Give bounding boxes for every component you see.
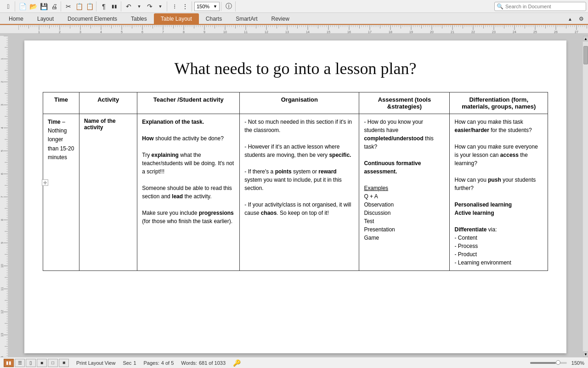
status-bar: ▮▮ ☰ ▯ ■ □ ◾ Print Layout View Sec 1 Pag… bbox=[0, 357, 588, 368]
status-view-label: Print Layout View bbox=[76, 360, 115, 366]
paste-btn[interactable]: 📋 bbox=[85, 1, 95, 12]
zoom-slider-fill bbox=[530, 362, 556, 364]
teacher-p3: Try explaining what the teacher/students… bbox=[142, 151, 235, 176]
format-btn2[interactable]: ▮▮ bbox=[109, 1, 119, 12]
svg-text:7: 7 bbox=[0, 196, 4, 198]
ribbon-tabs: Home Layout Document Elements Tables Tab… bbox=[0, 13, 588, 25]
tab-document-elements[interactable]: Document Elements bbox=[61, 13, 124, 24]
ribbon-settings-btn[interactable]: ⚙ bbox=[576, 14, 586, 24]
view-tools: ⁝ ⋮ bbox=[168, 1, 192, 12]
redo-arrow[interactable]: ▼ bbox=[155, 1, 165, 12]
cell-assessment: - How do you know your students have com… bbox=[359, 114, 450, 271]
scroll-up-arrow[interactable]: ▲ bbox=[583, 36, 588, 41]
svg-text:7: 7 bbox=[162, 30, 164, 34]
new-doc-btn[interactable]: 📄 bbox=[17, 1, 28, 12]
lesson-plan-table: Time Activity Teacher /Student activity … bbox=[43, 92, 548, 271]
scroll-thumb[interactable] bbox=[583, 46, 588, 64]
help-btn[interactable]: ⓘ bbox=[224, 1, 234, 12]
header-activity: Activity bbox=[79, 92, 137, 114]
view-btn2[interactable]: ⋮ bbox=[180, 1, 190, 12]
diff-content: How can you make this task easier/harder… bbox=[454, 118, 543, 267]
view-btn-print[interactable]: ▮▮ bbox=[4, 359, 14, 367]
scroll-down-arrow[interactable]: ▼ bbox=[583, 351, 588, 357]
tab-smartart[interactable]: SmartArt bbox=[229, 13, 264, 24]
svg-text:27: 27 bbox=[575, 30, 578, 34]
view-btn-focus[interactable]: ■ bbox=[37, 359, 47, 367]
svg-text:16: 16 bbox=[347, 30, 351, 34]
header-time: Time bbox=[43, 92, 79, 114]
teacher-p2: How should the activity be done? bbox=[142, 134, 235, 143]
document-area[interactable]: ✛ What needs to go into a lesson plan? T… bbox=[8, 36, 582, 357]
zoom-slider[interactable] bbox=[530, 362, 567, 364]
view-btn-draft[interactable]: ▯ bbox=[26, 359, 36, 367]
apple-menu-group:  bbox=[2, 1, 15, 12]
tab-tables[interactable]: Tables bbox=[124, 13, 154, 24]
svg-text:10: 10 bbox=[0, 264, 4, 268]
view-btn-publish[interactable]: ◾ bbox=[59, 359, 69, 367]
svg-text:18: 18 bbox=[389, 30, 392, 34]
print-btn[interactable]: 🖨 bbox=[49, 1, 59, 12]
copy-btn[interactable]: 📋 bbox=[74, 1, 84, 12]
svg-text:17: 17 bbox=[368, 30, 372, 34]
svg-text:21: 21 bbox=[451, 30, 454, 34]
zoom-slider-thumb[interactable] bbox=[556, 360, 560, 365]
active-learning: Active learning bbox=[454, 210, 494, 216]
svg-text:12: 12 bbox=[0, 310, 4, 314]
apple-icon[interactable]:  bbox=[3, 1, 13, 12]
status-pages: Pages: 4 of 5 bbox=[144, 360, 174, 366]
svg-text:13: 13 bbox=[285, 30, 289, 34]
svg-text:6: 6 bbox=[0, 173, 4, 175]
edit-tools: ✂ 📋 📋 bbox=[62, 1, 96, 12]
scroll-track bbox=[583, 41, 588, 351]
file-tools: 📄 📂 💾 🖨 bbox=[16, 1, 61, 12]
table-move-handle[interactable]: ✛ bbox=[42, 179, 48, 186]
svg-text:6: 6 bbox=[141, 30, 143, 34]
zoom-display[interactable]: 150% ▼ bbox=[194, 2, 220, 11]
svg-text:25: 25 bbox=[533, 30, 537, 34]
svg-text:2: 2 bbox=[0, 81, 4, 83]
svg-text:19: 19 bbox=[409, 30, 413, 34]
svg-text:12: 12 bbox=[265, 30, 268, 34]
svg-text:24: 24 bbox=[513, 30, 516, 34]
open-btn[interactable]: 📂 bbox=[28, 1, 38, 12]
save-btn[interactable]: 💾 bbox=[39, 1, 49, 12]
svg-text:8: 8 bbox=[183, 30, 185, 34]
examples-label: Examples bbox=[364, 185, 388, 191]
help-group: ⓘ bbox=[222, 1, 236, 12]
redo-btn[interactable]: ↷ bbox=[145, 1, 155, 12]
view-btn-notebook[interactable]: □ bbox=[48, 359, 58, 367]
zoom-percentage: 150% bbox=[571, 360, 584, 366]
tab-layout[interactable]: Layout bbox=[30, 13, 61, 24]
svg-text:22: 22 bbox=[471, 30, 475, 34]
document-page: ✛ What needs to go into a lesson plan? T… bbox=[24, 40, 566, 353]
tab-review[interactable]: Review bbox=[265, 13, 296, 24]
vertical-ruler: 1234567891011121314 bbox=[0, 36, 8, 357]
status-icon[interactable]: 🔑 bbox=[233, 359, 241, 367]
view-btn1[interactable]: ⁝ bbox=[170, 1, 180, 12]
svg-text:5: 5 bbox=[121, 30, 123, 34]
format-btn1[interactable]: ¶ bbox=[99, 1, 109, 12]
search-icon: 🔍 bbox=[497, 3, 503, 10]
zoom-arrow[interactable]: ▼ bbox=[213, 4, 217, 9]
header-assessment: Assessment (tools &strategies) bbox=[359, 92, 450, 114]
svg-text:1: 1 bbox=[38, 30, 40, 34]
undo-arrow[interactable]: ▼ bbox=[134, 1, 144, 12]
svg-text:20: 20 bbox=[430, 30, 434, 34]
assessment-content: - How do you know your students have com… bbox=[364, 118, 445, 242]
view-btn-outline[interactable]: ☰ bbox=[15, 359, 25, 367]
zoom-group: 150% ▼ bbox=[193, 2, 221, 11]
svg-text:1: 1 bbox=[0, 58, 4, 60]
search-input[interactable] bbox=[505, 4, 579, 9]
vertical-scrollbar[interactable]: ▲ ▼ bbox=[582, 36, 588, 357]
tab-charts[interactable]: Charts bbox=[199, 13, 229, 24]
track-changes-icon[interactable]: 🔑 bbox=[233, 359, 241, 367]
cut-btn[interactable]: ✂ bbox=[63, 1, 74, 12]
activity-label: Name of the activity bbox=[84, 118, 116, 131]
svg-text:9: 9 bbox=[0, 242, 4, 244]
tab-home[interactable]: Home bbox=[2, 13, 30, 24]
ribbon-collapse-btn[interactable]: ▲ bbox=[565, 14, 575, 24]
svg-text:13: 13 bbox=[0, 333, 4, 337]
undo-btn[interactable]: ↶ bbox=[124, 1, 134, 12]
tab-table-layout[interactable]: Table Layout bbox=[154, 13, 199, 24]
format-tools: ¶ ▮▮ bbox=[97, 1, 121, 12]
